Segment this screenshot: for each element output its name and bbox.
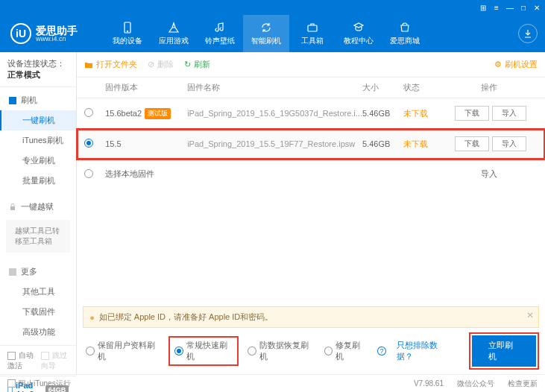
status-bar: 阻止iTunes运行 V7.98.61 微信公众号 检查更新	[0, 374, 545, 392]
refresh-button[interactable]: ↻刷新	[184, 59, 210, 70]
main-content: 打开文件夹 ⊘删除 ↻刷新 ⚙刷机设置 固件版本 固件名称 大小 状态 操作 1…	[77, 52, 545, 374]
import-button[interactable]: 导入	[492, 106, 526, 121]
wechat-link[interactable]: 微信公众号	[457, 379, 494, 389]
nav-ringtone[interactable]: 铃声壁纸	[197, 15, 243, 52]
brand-title: 爱思助手	[36, 25, 78, 36]
col-name: 固件名称	[187, 82, 362, 93]
download-manager-icon[interactable]	[518, 24, 538, 43]
close-warning-icon[interactable]: ✕	[526, 310, 534, 320]
table-header: 固件版本 固件名称 大小 状态 操作	[77, 78, 545, 98]
brand-subtitle: www.i4.cn	[36, 36, 78, 42]
minimize-button[interactable]: —	[503, 2, 517, 13]
appleid-warning: ● 如已绑定 Apple ID，请准备好 Apple ID和密码。 ✕	[83, 306, 539, 328]
sidebar: 设备连接状态：正常模式 刷机 一键刷机 iTunes刷机 专业刷机 批量刷机 一…	[0, 52, 77, 374]
main-nav: 我的设备 应用游戏 铃声壁纸 智能刷机 工具箱 教程中心 爱思商城	[104, 15, 428, 52]
download-button[interactable]: 下载	[455, 106, 489, 121]
sidebar-options: 自动激活 跳过向导	[0, 345, 76, 376]
col-status: 状态	[403, 82, 441, 93]
square-icon	[9, 268, 16, 276]
download-button[interactable]: 下载	[455, 136, 489, 151]
col-version: 固件版本	[105, 82, 187, 93]
window-titlebar: ⊞ ≡ — □ ✕	[0, 0, 545, 15]
square-icon	[9, 97, 16, 104]
delete-icon: ⊘	[148, 60, 154, 69]
flash-options: 保留用户资料刷机 常规快速刷机 防数据恢复刷机 修复刷机 ? 只想排除数据？ 立…	[77, 328, 545, 374]
nav-toolbox[interactable]: 工具箱	[289, 15, 335, 52]
firmware-row-selected[interactable]: 15.5 iPad_Spring_2019_15.5_19F77_Restore…	[77, 129, 545, 159]
app-header: iU 爱思助手 www.i4.cn 我的设备 应用游戏 铃声壁纸 智能刷机 工具…	[0, 15, 545, 52]
version-label: V7.98.61	[414, 379, 444, 388]
sidebar-item-pro[interactable]: 专业刷机	[0, 151, 76, 171]
connection-status: 设备连接状态：正常模式	[0, 52, 76, 87]
titlebar-grid-icon[interactable]: ⊞	[476, 2, 490, 13]
import-button[interactable]: 导入	[481, 169, 497, 178]
skip-guide-checkbox[interactable]: 跳过向导	[41, 350, 69, 371]
sidebar-section-flash[interactable]: 刷机	[0, 90, 76, 110]
row-radio[interactable]	[84, 169, 93, 178]
sidebar-item-oneclick[interactable]: 一键刷机	[0, 110, 76, 130]
col-ops: 操作	[441, 82, 538, 93]
radio-icon	[174, 347, 183, 355]
sidebar-item-advanced[interactable]: 高级功能	[0, 322, 76, 342]
jailbreak-note: 越狱工具已转移至工具箱	[6, 220, 70, 253]
folder-icon	[84, 60, 93, 69]
radio-icon	[324, 347, 333, 355]
sidebar-item-other-tools[interactable]: 其他工具	[0, 282, 76, 302]
nav-store[interactable]: 爱思商城	[382, 15, 428, 52]
sidebar-item-batch[interactable]: 批量刷机	[0, 171, 76, 191]
row-radio[interactable]	[84, 139, 93, 148]
maximize-button[interactable]: □	[517, 2, 530, 13]
auto-activate-checkbox[interactable]: 自动激活	[7, 350, 35, 371]
open-folder-button[interactable]: 打开文件夹	[84, 59, 137, 70]
radio-icon	[248, 347, 256, 355]
svg-rect-2	[308, 25, 317, 31]
lock-icon	[9, 203, 16, 211]
import-button[interactable]: 导入	[492, 136, 526, 151]
radio-icon	[86, 347, 95, 355]
opt-anti-recovery[interactable]: 防数据恢复刷机	[248, 340, 314, 362]
sidebar-item-download-firmware[interactable]: 下载固件	[0, 302, 76, 322]
col-size: 大小	[362, 82, 403, 93]
help-icon[interactable]: ?	[377, 347, 386, 355]
logo-icon: iU	[10, 23, 31, 44]
svg-rect-3	[10, 206, 15, 210]
row-radio[interactable]	[84, 108, 93, 117]
toolbar: 打开文件夹 ⊘删除 ↻刷新 ⚙刷机设置	[77, 52, 545, 78]
sidebar-item-itunes[interactable]: iTunes刷机	[0, 130, 76, 151]
gear-icon: ⚙	[494, 60, 502, 69]
nav-tutorial[interactable]: 教程中心	[335, 15, 382, 52]
opt-normal-flash[interactable]: 常规快速刷机	[170, 338, 237, 364]
warning-icon: ●	[89, 313, 95, 322]
sidebar-section-jailbreak[interactable]: 一键越狱	[0, 197, 76, 217]
refresh-icon: ↻	[184, 60, 191, 69]
opt-keep-data[interactable]: 保留用户资料刷机	[86, 340, 160, 362]
opt-repair[interactable]: 修复刷机	[324, 340, 367, 362]
titlebar-menu-icon[interactable]: ≡	[490, 2, 503, 13]
svg-point-1	[127, 31, 128, 32]
logo: iU 爱思助手 www.i4.cn	[0, 23, 104, 44]
check-update-link[interactable]: 检查更新	[508, 379, 538, 389]
flash-now-button[interactable]: 立即刷机	[472, 335, 536, 367]
firmware-row[interactable]: 15.6beta2测试版 iPad_Spring_2019_15.6_19G50…	[77, 98, 545, 129]
nav-apps[interactable]: 应用游戏	[151, 15, 197, 52]
sidebar-section-more[interactable]: 更多	[0, 262, 76, 282]
delete-button[interactable]: ⊘删除	[148, 59, 174, 70]
local-firmware-row[interactable]: 选择本地固件 导入	[77, 159, 545, 189]
block-itunes-checkbox[interactable]: 阻止iTunes运行	[7, 379, 71, 389]
nav-device[interactable]: 我的设备	[104, 15, 151, 52]
flash-settings-button[interactable]: ⚙刷机设置	[494, 59, 538, 70]
exclude-data-link[interactable]: 只想排除数据？	[397, 340, 451, 362]
beta-tag: 测试版	[145, 108, 171, 119]
close-button[interactable]: ✕	[530, 2, 544, 13]
nav-flash[interactable]: 智能刷机	[243, 15, 289, 52]
